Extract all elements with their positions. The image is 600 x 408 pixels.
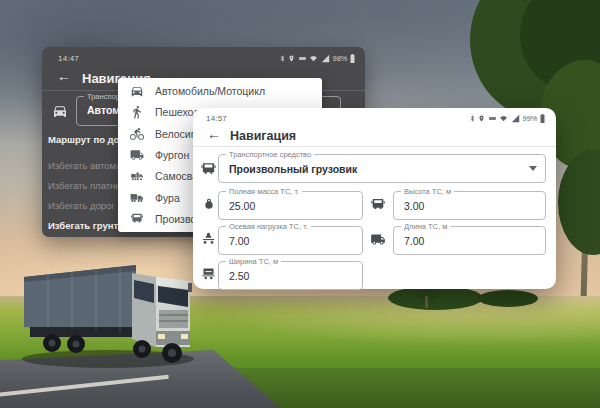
car-icon: [52, 103, 68, 123]
axle-load-label: Осевая нагрузка ТС, т.: [226, 222, 311, 231]
vehicle-height-label: Высота ТС, м: [401, 187, 454, 196]
pedestrian-icon: [130, 105, 144, 119]
battery-percent: 99%: [522, 114, 537, 123]
dropdown-item-label: Фура: [155, 192, 180, 204]
vehicle-field-label: Транспортное средство: [226, 150, 314, 159]
custom-truck-icon: [130, 212, 144, 226]
status-time: 14:57: [206, 114, 227, 123]
vehicle-length-label: Длина ТС, м: [401, 222, 450, 231]
custom-truck-icon: [200, 161, 217, 178]
menu-item-avoid-roads-with[interactable]: Избегать дорог с: [48, 200, 122, 211]
vehicle-height-value: 3.00: [404, 200, 424, 212]
location-icon: [288, 54, 295, 63]
car-icon: [130, 84, 144, 98]
volte-icon: [488, 114, 497, 123]
van-icon: [130, 148, 144, 162]
page-title: Навигация: [230, 129, 296, 143]
distant-treeline: [478, 290, 538, 307]
bluetooth-icon: [469, 114, 476, 123]
chevron-down-icon[interactable]: [529, 166, 537, 171]
signal-icon: [511, 114, 520, 123]
axle-load-icon: [201, 231, 216, 247]
dump-truck-icon: [130, 169, 144, 183]
vehicle-width-label: Ширина ТС, м: [226, 257, 281, 266]
navigation-settings-window-front: 14:57 99% ← Навигация Транспортное средс…: [193, 108, 556, 289]
small-tree-trunk: [425, 296, 428, 308]
wifi-icon: [499, 114, 508, 123]
back-button[interactable]: ←: [57, 69, 71, 83]
battery-percent: 98%: [332, 54, 347, 63]
volte-icon: [298, 54, 307, 63]
bluetooth-icon: [279, 54, 286, 63]
header-divider: [193, 146, 556, 147]
weight-icon: [202, 197, 216, 212]
dropdown-item-label: Автомобиль/Мотоцикл: [155, 85, 265, 97]
semi-truck-icon: [130, 191, 144, 205]
gross-weight-label: Полная масса ТС, т.: [226, 187, 302, 196]
truck-illustration: [20, 255, 198, 373]
dropdown-item-car[interactable]: Автомобиль/Мотоцикл: [118, 80, 322, 101]
location-icon: [478, 114, 485, 123]
dropdown-item-label: Фургон: [155, 149, 189, 161]
truck-length-icon: [370, 232, 386, 247]
status-time: 14:47: [58, 54, 79, 63]
truck-image: [20, 255, 198, 373]
vehicle-width-value: 2.50: [229, 270, 249, 282]
vehicle-length-value: 7.00: [404, 235, 424, 247]
truck-width-icon: [201, 266, 216, 281]
truck-height-icon: [370, 197, 386, 213]
vehicle-field-value: Произвольный грузовик: [229, 163, 357, 175]
screenshot-root: 14:47 98% ← Навигация Транспортное средс…: [0, 0, 600, 408]
gross-weight-value: 25.00: [229, 200, 255, 212]
battery-icon: [540, 114, 545, 123]
menu-item-avoid-toll-roads[interactable]: Избегать платных: [48, 180, 127, 191]
bicycle-icon: [130, 127, 144, 141]
signal-icon: [321, 54, 330, 63]
status-icons: 99%: [469, 114, 545, 123]
menu-item-avoid-motorways[interactable]: Избегать автомаг: [48, 160, 125, 171]
status-icons: 98%: [279, 54, 355, 63]
wifi-icon: [309, 54, 318, 63]
back-button[interactable]: ←: [207, 127, 221, 141]
axle-load-value: 7.00: [229, 235, 249, 247]
battery-icon: [350, 54, 355, 63]
